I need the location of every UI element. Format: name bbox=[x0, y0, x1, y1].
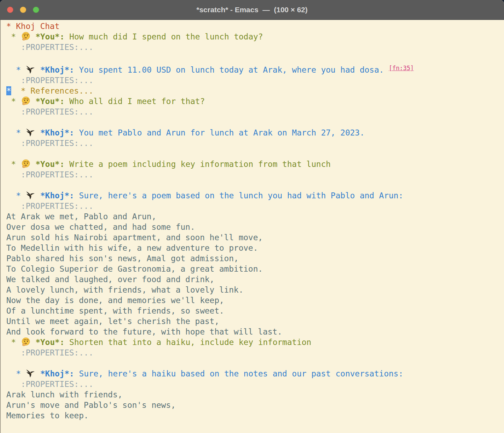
you-speaker-label: *You*: bbox=[35, 160, 64, 169]
khoj-answer-3: Sure, here's a poem based on the lunch y… bbox=[74, 191, 403, 200]
text-segment: We talked and laughed, over food and dri… bbox=[6, 275, 214, 284]
org-heading-khoj-chat[interactable]: * Khoj Chat bbox=[6, 21, 504, 31]
text-segment bbox=[31, 97, 36, 106]
window-title: *scratch* - Emacs — (100 × 62) bbox=[0, 6, 504, 14]
chat-message-khoj[interactable]: * *Khoj*: You spent 11.00 USD on lunch t… bbox=[6, 63, 504, 75]
buffer-lines: * Khoj Chat * *You*: How much did I spen… bbox=[6, 21, 504, 421]
blank-line bbox=[6, 180, 504, 190]
chat-message-you[interactable]: * *You*: How much did I spend on the lun… bbox=[6, 31, 504, 42]
footnote-link[interactable]: [fn:35] bbox=[389, 65, 414, 72]
references-line[interactable]: * * References... bbox=[6, 86, 504, 96]
text-segment bbox=[35, 369, 40, 378]
poem-line: To Medellin with his wife, a new adventu… bbox=[6, 243, 504, 253]
text-segment bbox=[35, 65, 40, 74]
thinking-face-icon bbox=[21, 96, 31, 105]
properties-drawer[interactable]: :PROPERTIES:... bbox=[6, 170, 93, 179]
you-question-4: Shorten that into a haiku, include key i… bbox=[65, 338, 311, 347]
property-drawer-folded[interactable]: :PROPERTIES:... bbox=[6, 107, 504, 117]
emacs-buffer[interactable]: * Khoj Chat * *You*: How much did I spen… bbox=[0, 20, 504, 421]
text-segment: A lovely lunch, with friends, what a lov… bbox=[6, 285, 244, 294]
poem-line: We talked and laughed, over food and dri… bbox=[6, 274, 504, 285]
properties-drawer[interactable]: :PROPERTIES:... bbox=[6, 43, 93, 52]
khoj-speaker-label: *Khoj*: bbox=[40, 369, 74, 378]
text-segment: * bbox=[6, 369, 26, 378]
property-drawer-folded[interactable]: :PROPERTIES:... bbox=[6, 138, 504, 148]
properties-drawer[interactable]: :PROPERTIES:... bbox=[6, 107, 93, 116]
eagle-icon bbox=[26, 65, 35, 74]
khoj-chat-heading: * Khoj Chat bbox=[6, 22, 59, 31]
text-segment: * bbox=[6, 97, 21, 106]
text-segment: * bbox=[6, 32, 21, 41]
text-segment: To Colegio Superior de Gastronomia, a gr… bbox=[6, 264, 263, 273]
text-segment: * bbox=[6, 128, 26, 137]
eagle-icon bbox=[26, 369, 35, 378]
property-drawer-folded[interactable]: :PROPERTIES:... bbox=[6, 201, 504, 211]
khoj-answer-2: You met Pablo and Arun for lunch at Arak… bbox=[74, 128, 365, 137]
text-segment bbox=[31, 32, 36, 41]
property-drawer-folded[interactable]: :PROPERTIES:... bbox=[6, 42, 504, 52]
poem-line: Until we meet again, let's cherish the p… bbox=[6, 316, 504, 326]
text-segment: Arak lunch with friends, bbox=[6, 390, 122, 399]
chat-message-khoj[interactable]: * *Khoj*: Sure, here's a poem based on t… bbox=[6, 190, 504, 201]
text-segment: * bbox=[6, 160, 21, 169]
khoj-answer-4: Sure, here's a haiku based on the notes … bbox=[74, 369, 403, 378]
you-question-2: Who all did I meet for that? bbox=[65, 97, 205, 106]
properties-drawer[interactable]: :PROPERTIES:... bbox=[6, 380, 93, 389]
minimize-button[interactable] bbox=[20, 7, 26, 13]
poem-line: And look forward to the future, with hop… bbox=[6, 326, 504, 337]
text-segment: Until we meet again, let's cherish the p… bbox=[6, 317, 219, 326]
you-question-1: How much did I spend on the lunch today? bbox=[65, 32, 263, 41]
text-segment: * bbox=[6, 65, 26, 74]
text-segment bbox=[31, 160, 36, 169]
blank-line bbox=[6, 117, 504, 127]
property-drawer-folded[interactable]: :PROPERTIES:... bbox=[6, 379, 504, 389]
text-segment: And look forward to the future, with hop… bbox=[6, 327, 282, 336]
text-segment: * bbox=[6, 191, 26, 200]
text-cursor: * bbox=[6, 86, 11, 95]
close-button[interactable] bbox=[7, 7, 13, 13]
window-controls bbox=[7, 0, 39, 20]
zoom-button[interactable] bbox=[33, 7, 39, 13]
blank-line bbox=[6, 52, 504, 63]
text-segment: Memories to keep. bbox=[6, 411, 88, 420]
emacs-window: *scratch* - Emacs — (100 × 62) * Khoj Ch… bbox=[0, 0, 504, 433]
property-drawer-folded[interactable]: :PROPERTIES:... bbox=[6, 169, 504, 180]
haiku-line: Arun's move and Pablo's son's news, bbox=[6, 400, 504, 410]
text-segment bbox=[31, 338, 36, 347]
references-heading-folded[interactable]: * References... bbox=[11, 86, 93, 95]
you-question-3: Write a poem including key information f… bbox=[65, 160, 331, 169]
blank-line bbox=[6, 148, 504, 159]
khoj-answer-1: You spent 11.00 USD on lunch today at Ar… bbox=[74, 65, 389, 74]
chat-message-you[interactable]: * *You*: Write a poem including key info… bbox=[6, 159, 504, 169]
text-segment: Of a lunchtime spent, with friends, so s… bbox=[6, 306, 224, 315]
khoj-speaker-label: *Khoj*: bbox=[40, 128, 74, 137]
chat-message-you[interactable]: * *You*: Who all did I meet for that? bbox=[6, 96, 504, 107]
text-segment: * bbox=[6, 338, 21, 347]
chat-message-you[interactable]: * *You*: Shorten that into a haiku, incl… bbox=[6, 337, 504, 347]
title-bar[interactable]: *scratch* - Emacs — (100 × 62) bbox=[0, 0, 504, 20]
chat-message-khoj[interactable]: * *Khoj*: Sure, here's a haiku based on … bbox=[6, 368, 504, 379]
property-drawer-folded[interactable]: :PROPERTIES:... bbox=[6, 347, 504, 358]
eagle-icon bbox=[26, 128, 35, 137]
properties-drawer[interactable]: :PROPERTIES:... bbox=[6, 76, 93, 85]
khoj-speaker-label: *Khoj*: bbox=[40, 191, 74, 200]
eagle-icon bbox=[26, 191, 35, 200]
poem-line: Arun sold his Nairobi apartment, and soo… bbox=[6, 232, 504, 243]
you-speaker-label: *You*: bbox=[35, 338, 64, 347]
thinking-face-icon bbox=[21, 32, 31, 41]
text-segment bbox=[35, 128, 40, 137]
you-speaker-label: *You*: bbox=[35, 97, 64, 106]
thinking-face-icon bbox=[21, 159, 31, 168]
property-drawer-folded[interactable]: :PROPERTIES:... bbox=[6, 75, 504, 86]
text-segment: At Arak we met, Pablo and Arun, bbox=[6, 212, 156, 221]
properties-drawer[interactable]: :PROPERTIES:... bbox=[6, 139, 93, 148]
properties-drawer[interactable]: :PROPERTIES:... bbox=[6, 348, 93, 357]
khoj-speaker-label: *Khoj*: bbox=[40, 65, 74, 74]
poem-line: Now the day is done, and memories we'll … bbox=[6, 295, 504, 306]
blank-line bbox=[6, 358, 504, 368]
text-segment: Arun's move and Pablo's son's news, bbox=[6, 401, 176, 410]
poem-line: To Colegio Superior de Gastronomia, a gr… bbox=[6, 264, 504, 274]
chat-message-khoj[interactable]: * *Khoj*: You met Pablo and Arun for lun… bbox=[6, 127, 504, 138]
properties-drawer[interactable]: :PROPERTIES:... bbox=[6, 201, 93, 211]
poem-line: A lovely lunch, with friends, what a lov… bbox=[6, 285, 504, 295]
